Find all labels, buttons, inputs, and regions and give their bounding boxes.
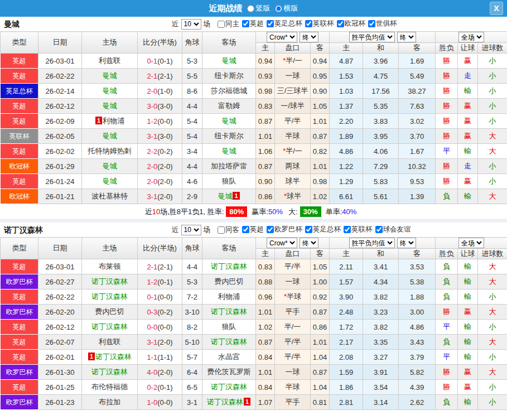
halftime-score: (2-0) bbox=[157, 162, 172, 171]
league-filter[interactable]: 英联杯 bbox=[341, 225, 373, 234]
odds-away: 0.81 bbox=[311, 395, 330, 410]
team-label: 利物浦 bbox=[218, 292, 240, 301]
handicap: 半球 bbox=[275, 380, 311, 395]
result-cell: 平 bbox=[436, 320, 458, 335]
fulltime-score: 2-1 bbox=[147, 72, 157, 80]
mean-draw: 5.35 bbox=[363, 99, 399, 114]
goals-cell: 小 bbox=[478, 289, 507, 305]
corner-score: 5-10 bbox=[182, 335, 202, 350]
mean-group-header: 胜平负均值终 bbox=[330, 32, 436, 43]
match-row: 英足总杯26-02-14曼城2-0(1-0)8-6莎尔福德城0.98三/三球半0… bbox=[1, 84, 507, 99]
league-checkbox[interactable] bbox=[267, 226, 274, 233]
league-checkbox[interactable] bbox=[375, 226, 383, 233]
odds-away: 0.87 bbox=[311, 129, 330, 144]
league-filter[interactable]: 英超 bbox=[239, 19, 264, 28]
league-filter[interactable]: 英联杯 bbox=[302, 19, 334, 28]
away-team: 利物浦 bbox=[202, 289, 256, 305]
mean-away: 3.43 bbox=[399, 335, 436, 350]
league-filter[interactable]: 英足总杯 bbox=[302, 225, 341, 234]
league-filter[interactable]: 英超 bbox=[239, 225, 264, 234]
mean-type-select[interactable]: 胜平负均值 bbox=[349, 238, 395, 248]
odds-source-select[interactable]: Crow* bbox=[267, 238, 297, 248]
team-label: 诺丁汉森林 bbox=[211, 337, 247, 346]
league-checkbox[interactable] bbox=[305, 226, 312, 233]
match-score: 0-3(0-2) bbox=[138, 305, 182, 320]
layout-option-vertical[interactable]: 竖版 bbox=[247, 3, 271, 13]
odds-away: 1.01 bbox=[311, 335, 330, 350]
goals-cell: 大 bbox=[478, 259, 507, 274]
match-date: 26-02-12 bbox=[38, 99, 82, 114]
match-score: 0-1(0-0) bbox=[138, 289, 182, 305]
match-row: 英超26-03-01利兹联0-1(0-1)5-3曼城0.94*半/一0.944.… bbox=[1, 54, 507, 69]
mean-away: 5.38 bbox=[399, 274, 436, 289]
league-filter[interactable]: 欧罗巴杯 bbox=[264, 225, 302, 234]
team-label: 利物浦 bbox=[103, 117, 124, 125]
recent-count-select[interactable]: 10 bbox=[181, 225, 201, 235]
handicap: *半/一 bbox=[275, 144, 311, 159]
odds-group-header: Crow*终 bbox=[256, 32, 330, 43]
mean-time-select[interactable]: 终 bbox=[397, 238, 416, 248]
match-date: 26-02-14 bbox=[38, 84, 82, 99]
layout-radio-horizontal[interactable] bbox=[275, 5, 282, 12]
layout-option-horizontal[interactable]: 横版 bbox=[275, 3, 298, 13]
league-filter[interactable]: 球会友谊 bbox=[373, 225, 411, 234]
league-checkbox[interactable] bbox=[242, 226, 249, 233]
handicap: 一球 bbox=[275, 274, 311, 289]
corner-score: 5-4 bbox=[182, 129, 202, 144]
match-score: 4-0(2-0) bbox=[138, 365, 182, 380]
odds-away: 0.86 bbox=[311, 320, 330, 335]
result-cell: 負 bbox=[436, 274, 458, 289]
league-checkbox[interactable] bbox=[242, 20, 249, 27]
scope-select[interactable]: 全场 bbox=[458, 238, 484, 248]
match-score: 2-0(1-0) bbox=[138, 84, 182, 99]
mean-group-header: 胜平负均值终 bbox=[330, 238, 436, 249]
league-filter[interactable]: 世俱杯 bbox=[365, 19, 397, 28]
halftime-score: (0-1) bbox=[157, 57, 172, 65]
league-checkbox[interactable] bbox=[344, 226, 351, 233]
league-checkbox[interactable] bbox=[305, 20, 312, 27]
odds-source-select[interactable]: Crow* bbox=[267, 32, 297, 42]
red-card-badge: 1 bbox=[88, 353, 95, 360]
result-cell: 負 bbox=[436, 395, 458, 410]
match-date: 26-02-22 bbox=[38, 289, 82, 305]
league-checkbox[interactable] bbox=[368, 20, 375, 27]
handicap-result-cell: 赢 bbox=[458, 174, 478, 189]
odds-home: 0.93 bbox=[256, 69, 275, 84]
result-cell: 平 bbox=[436, 350, 458, 365]
match-table-forest: 类型 日期 主场 比分(半场) 角球 客场 Crow*终 胜平负均值终 全场 主… bbox=[0, 237, 507, 410]
odds-time-select[interactable]: 终 bbox=[300, 238, 318, 248]
goals-cell: 小 bbox=[478, 395, 507, 410]
goals-cell: 小 bbox=[478, 69, 507, 84]
mean-time-select[interactable]: 终 bbox=[397, 32, 416, 42]
handicap-result-cell: 赢 bbox=[458, 365, 478, 380]
match-row: 英超26-02-22诺丁汉森林0-1(0-0)7-2利物浦0.96*半球0.92… bbox=[1, 289, 507, 305]
mean-draw: 3.82 bbox=[363, 320, 399, 335]
scope-select[interactable]: 全场 bbox=[458, 32, 484, 42]
close-button[interactable]: X bbox=[490, 2, 503, 15]
match-score: 1-2(0-0) bbox=[138, 114, 182, 129]
same-venue-filter[interactable]: 同主 bbox=[215, 20, 239, 29]
layout-radio-vertical[interactable] bbox=[247, 5, 254, 12]
away-team: 费伦茨瓦罗斯 bbox=[202, 365, 256, 380]
league-checkbox[interactable] bbox=[337, 20, 344, 27]
goals-cell: 大 bbox=[478, 274, 507, 289]
league-filter[interactable]: 欧冠杯 bbox=[334, 19, 366, 28]
odds-away: 0.82 bbox=[311, 144, 330, 159]
team-name: 诺丁汉森林 bbox=[4, 225, 43, 235]
home-team: 布拉加 bbox=[82, 395, 138, 410]
mean-home: 6.61 bbox=[330, 189, 363, 204]
games-label: 场 bbox=[204, 20, 211, 29]
team-label: 曼城 bbox=[103, 71, 117, 80]
same-venue-checkbox[interactable] bbox=[218, 21, 225, 28]
away-team: 纽卡斯尔 bbox=[202, 129, 256, 144]
odds-time-select[interactable]: 终 bbox=[300, 32, 318, 42]
league-filter[interactable]: 英足总杯 bbox=[264, 19, 302, 28]
same-venue-checkbox[interactable] bbox=[218, 226, 225, 234]
recent-count-select[interactable]: 10 bbox=[181, 19, 201, 30]
summary-prefix: 近 bbox=[145, 207, 152, 217]
league-checkbox[interactable] bbox=[267, 20, 274, 27]
same-venue-filter[interactable]: 同客 bbox=[215, 225, 239, 235]
sub-header-result: 胜负 bbox=[436, 249, 458, 259]
mean-type-select[interactable]: 胜平负均值 bbox=[349, 32, 395, 42]
team-label: 狼队 bbox=[222, 322, 236, 331]
